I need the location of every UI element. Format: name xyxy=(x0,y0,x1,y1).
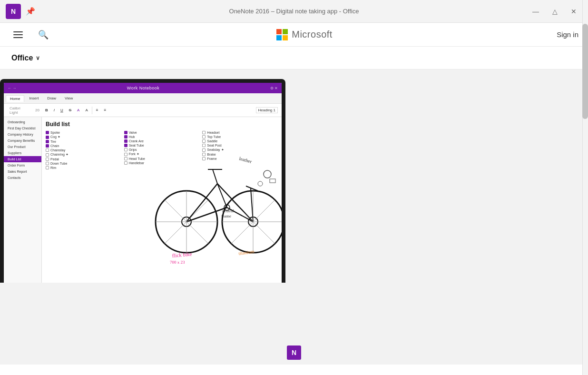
maximize-button[interactable]: △ xyxy=(546,4,563,19)
ms-logo-green xyxy=(283,29,288,34)
office-chevron-icon: ∨ xyxy=(36,55,40,61)
svg-line-35 xyxy=(253,222,275,244)
hero-section: OneNote Your digitalnotebook SIGN IN SIG… xyxy=(0,69,588,336)
item-chainstay: Chainstay xyxy=(46,148,121,152)
bottom-onenote-icon: N xyxy=(287,345,301,360)
search-button[interactable]: 🔍 xyxy=(34,26,52,44)
sidebar-item-contacts[interactable]: Contacts xyxy=(4,175,41,181)
check-grips xyxy=(124,148,127,151)
microsoft-logo[interactable]: Microsoft xyxy=(276,29,333,40)
svg-text:flick bike: flick bike xyxy=(172,251,192,258)
sidebar-item-suppliers[interactable]: Suppliers xyxy=(4,150,41,156)
sidebar-item-sales-report[interactable]: Sales Report xyxy=(4,168,41,175)
notebook-title: Work Notebook xyxy=(127,86,159,90)
svg-text:leather: leather xyxy=(238,156,253,164)
sidebar-item-onboarding[interactable]: Onboarding xyxy=(4,119,41,125)
underline-btn[interactable]: U xyxy=(59,107,65,113)
check-head-tube xyxy=(124,157,127,160)
check-valve xyxy=(124,131,127,134)
highlight-btn[interactable]: A xyxy=(83,107,89,113)
scrollbar-thumb[interactable] xyxy=(582,24,588,119)
onenote-main-content: Build list Spoke Cog ✦ Tire Chain Chains… xyxy=(42,117,282,283)
nav-arrows: ← → xyxy=(8,86,16,90)
svg-line-32 xyxy=(231,200,253,222)
close-button[interactable]: ✕ xyxy=(565,4,582,19)
strikethrough-btn[interactable]: S xyxy=(67,107,73,113)
title-bar: N 📌 OneNote 2016 – Digital note taking a… xyxy=(0,0,588,23)
office-nav-button[interactable]: Office ∨ xyxy=(10,50,42,66)
check-seat-tube xyxy=(124,144,127,147)
check-fork xyxy=(124,153,127,156)
bottom-section: N xyxy=(0,336,588,365)
tab-home[interactable]: Home xyxy=(6,95,24,102)
sidebar-item-first-day[interactable]: First Day Checklist xyxy=(4,125,41,131)
svg-line-12 xyxy=(246,186,258,191)
ribbon-actions: ⚙ ✕ xyxy=(270,86,278,90)
svg-text:frame: frame xyxy=(221,214,231,218)
sidebar-item-our-product[interactable]: Our Product xyxy=(4,144,41,150)
sign-in-link[interactable]: Sign in xyxy=(557,30,578,39)
svg-point-36 xyxy=(264,170,271,178)
text-color-btn[interactable]: A xyxy=(75,107,81,113)
hamburger-menu[interactable] xyxy=(10,28,27,42)
svg-rect-38 xyxy=(270,179,275,183)
onenote-toolbar: Calibri Light 20 B I U S A A ≡ ≡ Heading… xyxy=(4,104,282,117)
tab-draw[interactable]: Draw xyxy=(43,95,60,101)
check-chainring xyxy=(46,153,49,157)
col1: Spoke Cog ✦ Tire Chain Chainstay Chainri… xyxy=(46,130,121,170)
scrollbar[interactable] xyxy=(582,0,588,375)
title-bar-left: N 📌 xyxy=(6,4,35,19)
nav-bar: 🔍 Microsoft Sign in xyxy=(0,23,588,47)
onenote-body: Onboarding First Day Checklist Company H… xyxy=(4,117,282,283)
item-down-tube: Down Tube xyxy=(46,161,121,166)
indent-btn[interactable]: ≡ xyxy=(102,107,108,113)
check-pedal xyxy=(46,158,49,161)
screen-inner: ← → Work Notebook ⚙ ✕ Home Insert Draw V… xyxy=(4,83,282,283)
check-chainstay xyxy=(46,148,49,152)
check-chain xyxy=(46,144,49,148)
microsoft-text: Microsoft xyxy=(292,29,333,40)
check-crank xyxy=(124,139,127,143)
ms-logo-red xyxy=(276,29,282,34)
heading-selector[interactable]: Heading 1 xyxy=(256,107,278,113)
item-tire: Tire xyxy=(46,139,121,144)
list-btn[interactable]: ≡ xyxy=(94,107,100,113)
check-rim xyxy=(46,166,49,169)
pin-icon: 📌 xyxy=(26,7,35,16)
onenote-sidebar: Onboarding First Day Checklist Company H… xyxy=(4,117,42,283)
ms-logo-blue xyxy=(276,35,282,40)
italic-btn[interactable]: I xyxy=(52,107,57,113)
svg-line-24 xyxy=(165,200,186,222)
item-spoke: Spoke xyxy=(46,130,121,135)
svg-point-37 xyxy=(258,181,263,186)
sidebar-item-order-form[interactable]: Order Form xyxy=(4,162,41,168)
svg-line-33 xyxy=(253,200,275,222)
sidebar-item-build-list[interactable]: Build List xyxy=(4,156,41,162)
sidebar-item-company-benefits[interactable]: Company Benefits xyxy=(4,138,41,144)
svg-line-9 xyxy=(213,169,217,184)
onenote-screenshot: ← → Work Notebook ⚙ ✕ Home Insert Draw V… xyxy=(0,79,285,283)
sidebar-item-company-history[interactable]: Company History xyxy=(4,131,41,138)
minimize-button[interactable]: — xyxy=(527,4,544,19)
onenote-app-icon: N xyxy=(6,4,21,19)
item-cog: Cog ✦ xyxy=(46,135,121,139)
window-title: OneNote 2016 – Digital note taking app -… xyxy=(229,8,359,15)
item-chain: Chain xyxy=(46,144,121,148)
svg-text:neutral: neutral xyxy=(222,208,234,213)
svg-text:700 x 23: 700 x 23 xyxy=(170,260,185,265)
bike-drawing: flick bike 700 x 23 neutral frame leathe… xyxy=(144,117,282,269)
bold-btn[interactable]: B xyxy=(43,107,50,113)
ms-logo-yellow xyxy=(283,35,288,40)
font-selector: Calibri Light xyxy=(8,105,31,116)
tab-view[interactable]: View xyxy=(61,95,77,101)
check-tire xyxy=(46,140,49,143)
svg-line-34 xyxy=(231,222,253,244)
item-rim: Rim xyxy=(46,166,121,170)
tab-insert[interactable]: Insert xyxy=(25,95,42,101)
bottom-logo-area: N xyxy=(0,336,588,360)
check-down-tube xyxy=(46,162,49,165)
window-controls: — △ ✕ xyxy=(527,4,582,19)
item-chainring: Chainring ✦ xyxy=(46,152,121,157)
office-label: Office xyxy=(11,54,33,62)
onenote-ribbon: ← → Work Notebook ⚙ ✕ xyxy=(4,83,282,93)
